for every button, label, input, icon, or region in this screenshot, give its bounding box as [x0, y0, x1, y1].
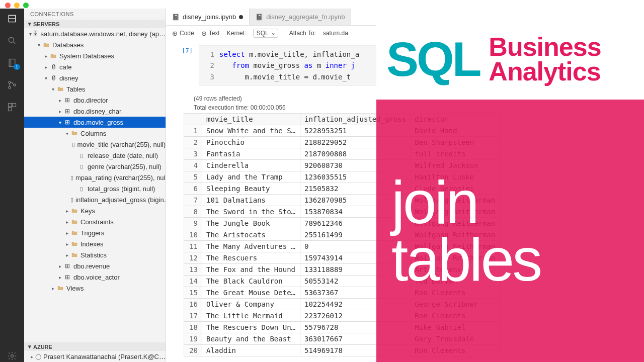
- execution-time: Total execution time: 00:00:00.056: [166, 104, 644, 113]
- col-icon: [77, 152, 86, 159]
- extensions-icon[interactable]: [6, 101, 18, 113]
- editor-tabs: disney_joins.ipynbdisney_aggregate_fn.ip…: [166, 9, 644, 26]
- tree-node[interactable]: ▸dbo.disney_char: [24, 106, 166, 117]
- results-grid[interactable]: movie_titleinflation_adjusted_grossdirec…: [184, 113, 500, 356]
- svg-rect-9: [9, 104, 12, 107]
- svg-point-7: [9, 86, 11, 88]
- folder-icon: [70, 218, 78, 225]
- folder-icon: [56, 285, 64, 292]
- table-icon: [63, 97, 71, 104]
- svg-rect-4: [9, 59, 15, 67]
- folder-icon: [70, 130, 78, 137]
- tree-node[interactable]: ▸dbo.revenue: [24, 260, 166, 272]
- servers-section[interactable]: ▾SERVERS: [24, 20, 166, 28]
- add-code-button[interactable]: Code: [172, 30, 194, 37]
- folder-icon: [42, 41, 50, 48]
- table-icon: [63, 262, 71, 269]
- db-icon: [49, 75, 57, 81]
- folder-icon: [70, 229, 78, 236]
- tree-folder[interactable]: ▸Triggers: [24, 227, 166, 238]
- tree-folder[interactable]: ▸Views: [24, 283, 166, 294]
- sidebar-title: CONNECTIONS: [24, 9, 166, 20]
- code-cell[interactable]: [7] 1select m.movie_title, inflation_a 2…: [171, 45, 639, 86]
- tree-node[interactable]: total_gross (bigint, null): [24, 183, 166, 194]
- editor-area: disney_joins.ipynbdisney_aggregate_fn.ip…: [166, 9, 644, 362]
- attach-label: Attach To:: [289, 30, 316, 37]
- kernel-label: Kernel:: [227, 30, 246, 37]
- tree-node[interactable]: ▸dbo.voice_actor: [24, 272, 166, 283]
- tree-folder[interactable]: ▸Constraints: [24, 216, 166, 227]
- folder-icon: [70, 240, 78, 247]
- folder-icon: [56, 85, 64, 93]
- col-icon: [77, 163, 86, 170]
- activity-bar: [0, 9, 24, 362]
- notebooks-icon[interactable]: [6, 57, 18, 69]
- window-controls: [5, 3, 29, 8]
- minimize-icon[interactable]: [14, 3, 20, 8]
- tree-folder[interactable]: ▸Keys: [24, 205, 166, 216]
- svg-line-3: [14, 42, 16, 44]
- user-icon: [35, 353, 41, 360]
- dirty-indicator-icon: [239, 15, 243, 19]
- tree-node[interactable]: ▾disney: [24, 72, 166, 83]
- code-editor[interactable]: 1select m.movie_title, inflation_a 2 fro…: [199, 45, 639, 86]
- folder-icon: [70, 207, 78, 214]
- editor-tab[interactable]: disney_joins.ipynb: [166, 9, 250, 25]
- attach-value: saturn.da: [323, 30, 348, 37]
- col-icon: [77, 186, 86, 192]
- tree-node[interactable]: ▸cafe: [24, 61, 166, 72]
- tree-node[interactable]: ▸dbo.director: [24, 95, 166, 106]
- tree-folder[interactable]: ▾Columns: [24, 128, 166, 139]
- maximize-icon[interactable]: [23, 3, 29, 8]
- svg-point-8: [14, 84, 16, 86]
- search-icon[interactable]: [6, 35, 18, 47]
- tree-node[interactable]: inflation_adjusted_gross (bigin…: [24, 194, 166, 205]
- azure-account[interactable]: ▸Prasert Kanawattanachai (Prasert.K@C…: [24, 351, 166, 362]
- editor-tab[interactable]: disney_aggregate_fn.ipynb: [250, 9, 351, 25]
- svg-point-12: [11, 355, 14, 357]
- tree-node[interactable]: ▾dbo.movie_gross: [24, 117, 166, 128]
- tree-node[interactable]: ▾saturn.database.windows.net, disney (ap…: [24, 28, 166, 39]
- tree-folder[interactable]: ▸Indexes: [24, 238, 166, 249]
- folder-icon: [70, 251, 78, 258]
- close-icon[interactable]: [5, 3, 11, 8]
- azure-section[interactable]: ▾AZURE: [24, 342, 166, 351]
- svg-rect-10: [13, 104, 16, 107]
- db-icon: [49, 64, 57, 70]
- source-control-icon[interactable]: [6, 79, 18, 91]
- connections-sidebar: CONNECTIONS ▾SERVERS ▾saturn.database.wi…: [24, 9, 166, 362]
- col-icon: [70, 197, 73, 203]
- notebook-icon: [172, 13, 180, 21]
- folder-icon: [49, 52, 57, 59]
- table-icon: [63, 274, 71, 281]
- tree-node[interactable]: movie_title (varchar(255), null): [24, 139, 166, 150]
- col-icon: [72, 141, 75, 148]
- table-icon: [63, 108, 71, 115]
- notebook-icon: [256, 13, 263, 21]
- tree-folder[interactable]: ▸Statistics: [24, 249, 166, 260]
- connections-icon[interactable]: [6, 13, 18, 25]
- tree-node[interactable]: release_date (date, null): [24, 150, 166, 161]
- rows-affected: (49 rows affected): [166, 91, 644, 104]
- svg-point-2: [9, 37, 14, 42]
- cell-prompt: [7]: [171, 45, 199, 86]
- table-icon: [63, 119, 71, 126]
- col-icon: [70, 174, 73, 181]
- add-text-button[interactable]: Text: [201, 30, 220, 37]
- tree-folder[interactable]: ▸System Databases: [24, 50, 166, 61]
- svg-point-6: [9, 81, 11, 83]
- tree-folder[interactable]: ▾Databases: [24, 39, 166, 50]
- tree-node[interactable]: mpaa_rating (varchar(255), null): [24, 172, 166, 183]
- tree-folder[interactable]: ▾Tables: [24, 83, 166, 95]
- svg-rect-11: [9, 108, 12, 111]
- kernel-select[interactable]: SQL: [253, 29, 278, 38]
- notebook-toolbar: Code Text Kernel: SQL Attach To: saturn.…: [166, 26, 644, 41]
- server-icon: [33, 31, 38, 37]
- tree-node[interactable]: genre (varchar(255), null): [24, 161, 166, 172]
- settings-icon[interactable]: [6, 350, 18, 362]
